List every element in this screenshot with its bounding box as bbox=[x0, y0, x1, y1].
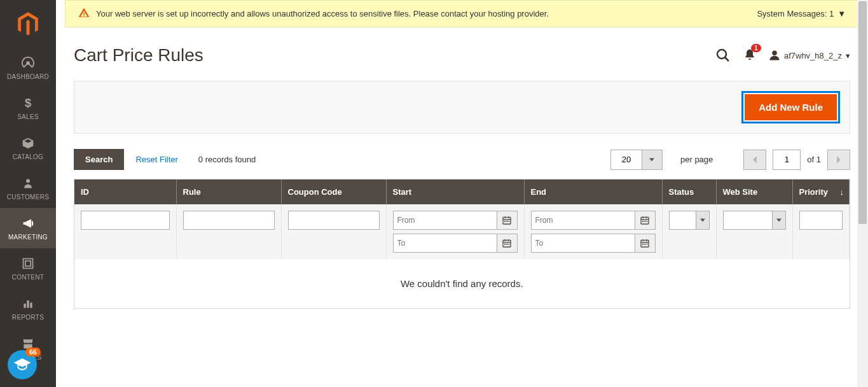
caret-down-icon: ▼ bbox=[837, 9, 846, 18]
calendar-icon[interactable] bbox=[497, 211, 518, 230]
megaphone-icon bbox=[20, 216, 36, 231]
col-coupon[interactable]: Coupon Code bbox=[281, 179, 386, 204]
svg-rect-37 bbox=[644, 244, 645, 245]
vertical-scrollbar[interactable] bbox=[857, 0, 868, 387]
svg-rect-7 bbox=[30, 302, 32, 307]
username: af7whv_h8_2_z bbox=[784, 51, 842, 60]
calendar-icon[interactable] bbox=[635, 234, 656, 253]
calendar-icon[interactable] bbox=[497, 234, 518, 253]
system-message-text: Your web server is set up incorrectly an… bbox=[96, 9, 757, 18]
col-website[interactable]: Web Site bbox=[716, 179, 792, 204]
sort-desc-icon: ↓ bbox=[840, 187, 844, 197]
nav-label: SALES bbox=[17, 113, 39, 120]
svg-rect-30 bbox=[644, 221, 645, 222]
add-new-rule-button[interactable]: Add New Rule bbox=[745, 94, 837, 120]
empty-row: We couldn't find any records. bbox=[74, 259, 850, 308]
nav-label: CATALOG bbox=[13, 153, 43, 160]
next-page-button[interactable] bbox=[827, 150, 850, 170]
svg-rect-16 bbox=[506, 221, 507, 222]
filter-start-to[interactable] bbox=[393, 234, 497, 253]
per-page-dropdown[interactable] bbox=[642, 150, 663, 170]
svg-rect-4 bbox=[25, 261, 31, 266]
svg-rect-22 bbox=[504, 244, 506, 245]
warning-icon bbox=[78, 7, 90, 20]
rules-grid: ID Rule Coupon Code Start End Status Web… bbox=[74, 179, 850, 309]
nav-reports[interactable]: REPORTS bbox=[0, 288, 56, 328]
page-actions: Add New Rule bbox=[74, 81, 850, 134]
nav-catalog[interactable]: CATALOG bbox=[0, 128, 56, 168]
nav-sales[interactable]: $ SALES bbox=[0, 88, 56, 128]
current-page-input[interactable] bbox=[773, 150, 801, 170]
prev-page-button[interactable] bbox=[743, 150, 766, 170]
help-bubble[interactable]: 66 bbox=[8, 350, 37, 379]
nav-marketing[interactable]: MARKETING bbox=[0, 208, 56, 248]
svg-rect-17 bbox=[509, 221, 509, 222]
user-menu[interactable]: af7whv_h8_2_z ▾ bbox=[769, 50, 850, 61]
empty-message: We couldn't find any records. bbox=[74, 259, 850, 308]
svg-rect-23 bbox=[506, 244, 507, 245]
svg-rect-3 bbox=[24, 259, 33, 269]
col-status[interactable]: Status bbox=[662, 179, 716, 204]
magento-logo[interactable] bbox=[0, 0, 56, 48]
filter-start-from[interactable] bbox=[393, 211, 497, 230]
filter-id[interactable] bbox=[81, 211, 170, 230]
nav-label: DASHBOARD bbox=[7, 73, 49, 80]
col-rule[interactable]: Rule bbox=[176, 179, 281, 204]
svg-point-8 bbox=[717, 50, 726, 59]
caret-down-icon: ▾ bbox=[846, 51, 850, 60]
filter-row bbox=[74, 204, 850, 259]
box-icon bbox=[20, 136, 36, 151]
nav-dashboard[interactable]: DASHBOARD bbox=[0, 48, 56, 88]
scrollbar-thumb[interactable] bbox=[858, 1, 867, 224]
nav-customers[interactable]: CUSTOMERS bbox=[0, 168, 56, 208]
reset-filter-link[interactable]: Reset Filter bbox=[135, 155, 177, 164]
blocks-icon bbox=[20, 256, 36, 271]
svg-rect-31 bbox=[647, 221, 647, 222]
filter-status[interactable] bbox=[669, 211, 710, 230]
dollar-icon: $ bbox=[20, 95, 36, 111]
col-start[interactable]: Start bbox=[386, 179, 524, 204]
nav-content[interactable]: CONTENT bbox=[0, 248, 56, 288]
filter-rule[interactable] bbox=[183, 211, 275, 230]
svg-rect-29 bbox=[642, 221, 644, 222]
grid-toolbar: Search Reset Filter 0 records found per … bbox=[56, 149, 868, 179]
filter-coupon[interactable] bbox=[288, 211, 380, 230]
filter-end-to[interactable] bbox=[531, 234, 635, 253]
svg-rect-38 bbox=[647, 244, 647, 245]
col-end[interactable]: End bbox=[524, 179, 662, 204]
calendar-icon[interactable] bbox=[635, 211, 656, 230]
main-content: Your web server is set up incorrectly an… bbox=[56, 0, 868, 387]
notification-badge: 1 bbox=[751, 44, 761, 52]
svg-point-0 bbox=[27, 62, 29, 64]
svg-rect-5 bbox=[24, 304, 25, 308]
svg-rect-36 bbox=[642, 244, 644, 245]
search-button[interactable]: Search bbox=[74, 149, 124, 170]
person-icon bbox=[20, 176, 36, 191]
svg-point-10 bbox=[772, 51, 777, 56]
svg-rect-15 bbox=[504, 221, 506, 222]
nav-label: CUSTOMERS bbox=[7, 194, 49, 201]
graduation-cap-icon bbox=[14, 356, 31, 373]
records-found: 0 records found bbox=[198, 155, 256, 164]
svg-line-9 bbox=[725, 57, 729, 61]
per-page-label: per page bbox=[680, 155, 713, 164]
filter-end-from[interactable] bbox=[531, 211, 635, 230]
system-messages-toggle[interactable]: System Messages: 1 ▼ bbox=[757, 9, 846, 18]
col-id[interactable]: ID bbox=[74, 179, 176, 204]
nav-label: REPORTS bbox=[12, 314, 44, 321]
filter-website[interactable] bbox=[723, 211, 786, 230]
svg-text:$: $ bbox=[25, 97, 31, 109]
system-message-bar: Your web server is set up incorrectly an… bbox=[65, 0, 859, 27]
bars-icon bbox=[20, 296, 36, 311]
help-badge: 66 bbox=[25, 348, 41, 356]
page-title: Cart Price Rules bbox=[74, 45, 715, 66]
page-of-label: of 1 bbox=[807, 155, 821, 164]
page-header: Cart Price Rules 1 af7whv_h8_2_z ▾ bbox=[56, 27, 868, 72]
global-search-icon[interactable] bbox=[715, 48, 731, 63]
admin-sidebar: DASHBOARD $ SALES CATALOG CUSTOMERS MARK… bbox=[0, 0, 56, 387]
notifications-bell[interactable]: 1 bbox=[743, 48, 756, 64]
per-page-input[interactable] bbox=[610, 150, 642, 170]
col-priority[interactable]: Priority↓ bbox=[792, 179, 850, 204]
dashboard-icon bbox=[20, 55, 36, 71]
filter-priority[interactable] bbox=[799, 211, 843, 230]
